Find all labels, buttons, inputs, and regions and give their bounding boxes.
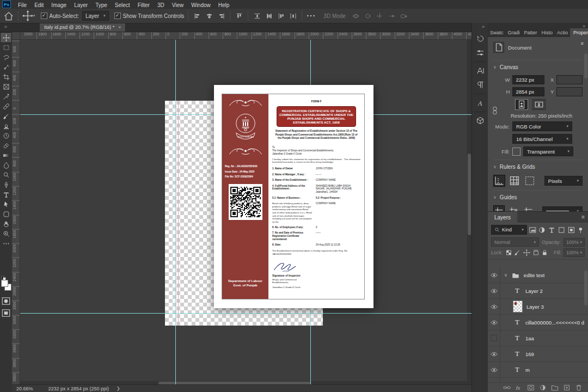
layer-visibility-toggle[interactable] <box>488 362 500 377</box>
lock-position-button[interactable] <box>523 249 530 256</box>
menu-image[interactable]: Image <box>47 2 70 8</box>
vertical-scrollbar[interactable] <box>467 39 471 385</box>
slide-3d-button[interactable] <box>387 11 397 21</box>
roll-3d-button[interactable] <box>363 11 373 21</box>
delete-layer-button[interactable] <box>575 384 583 391</box>
canvas-height-field[interactable]: 2854 px <box>512 87 544 96</box>
frame-tool[interactable] <box>1 82 11 91</box>
orientation-portrait-button[interactable] <box>515 99 528 110</box>
home-button[interactable] <box>3 10 14 21</box>
toggle-rulers-button[interactable] <box>493 175 505 187</box>
brush-tool[interactable] <box>1 111 11 121</box>
orbit-3d-button[interactable] <box>351 11 361 21</box>
blur-tool[interactable] <box>1 160 11 170</box>
glyphs-panel-button[interactable]: A <box>472 96 488 110</box>
close-tab-icon[interactable]: × <box>118 24 121 30</box>
filter-adjustment-layers-button[interactable] <box>538 225 546 235</box>
distribute-top-button[interactable] <box>252 11 262 21</box>
guide-vertical-1[interactable] <box>175 39 176 385</box>
align-right-button[interactable] <box>216 11 226 21</box>
panel-tab-patter[interactable]: Patter <box>522 28 540 37</box>
layer-row[interactable]: ∨edite text <box>488 267 588 283</box>
document-tab[interactable]: Italy id.psd @ 20.7% (RGB/16) * × <box>40 23 126 32</box>
new-layer-button[interactable] <box>563 384 571 391</box>
history-brush-tool[interactable] <box>1 131 11 140</box>
collapse-toolbar-icon[interactable]: » <box>0 23 11 32</box>
move-tool[interactable] <box>1 33 11 42</box>
quick-select-tool[interactable] <box>1 62 11 72</box>
show-transform-checkbox[interactable]: ✓ Show Transform Controls <box>114 13 185 19</box>
character-panel-button[interactable] <box>472 64 488 78</box>
tool-preset-caret[interactable]: ▾ <box>33 14 35 18</box>
canvas-viewport[interactable]: GOVT. PUNJAB Reg. No : JAL60292565/933 I… <box>20 39 471 385</box>
menu-file[interactable]: File <box>14 2 30 8</box>
marquee-tool[interactable] <box>1 42 11 52</box>
menu-3d[interactable]: 3D <box>154 2 168 8</box>
gradient-tool[interactable] <box>1 150 11 160</box>
fill-dropdown[interactable]: Transparent▾ <box>523 146 573 156</box>
layers-scrollbar[interactable] <box>584 268 587 334</box>
menu-view[interactable]: View <box>168 2 188 8</box>
link-dimensions-icon[interactable] <box>491 101 499 120</box>
vertical-ruler[interactable]: 8006004002000200400600800100012001400160… <box>12 39 20 385</box>
crop-tool[interactable] <box>1 72 11 82</box>
pen-tool[interactable] <box>1 180 11 189</box>
dodge-tool[interactable] <box>1 170 11 180</box>
menu-select[interactable]: Select <box>111 2 134 8</box>
filter-toggle-button[interactable] <box>577 225 585 235</box>
layers-menu-icon[interactable]: ≡ <box>581 214 585 220</box>
lock-transparency-button[interactable] <box>505 249 512 256</box>
foreground-color-swatch[interactable] <box>1 280 8 287</box>
layer-row[interactable]: Tm <box>488 362 588 378</box>
lock-pixels-button[interactable] <box>514 249 521 256</box>
screen-mode-button[interactable] <box>1 308 11 318</box>
layer-row[interactable]: TLayer 2 <box>488 283 588 299</box>
auto-select-target-dropdown[interactable]: Layer ▾ <box>82 11 109 21</box>
eyedropper-tool[interactable] <box>1 91 11 101</box>
orientation-landscape-button[interactable] <box>532 99 546 110</box>
hand-tool[interactable] <box>1 219 11 229</box>
rulers-grids-section-header[interactable]: ∨ Rulers & Grids <box>493 160 583 172</box>
new-adjustment-layer-button[interactable] <box>539 384 547 391</box>
auto-select-checkbox[interactable]: ✓ Auto-Select: <box>41 13 79 19</box>
zoom-3d-button[interactable] <box>399 11 409 21</box>
filter-type-layers-button[interactable] <box>548 225 556 235</box>
panel-tab-gradi[interactable]: Gradi <box>506 28 522 37</box>
pan-3d-button[interactable] <box>375 11 385 21</box>
expand-panels-icon[interactable]: » <box>472 23 488 32</box>
canvas-section-header[interactable]: ∨ Canvas <box>493 60 583 72</box>
paragraph-panel-button[interactable] <box>472 78 488 92</box>
menu-type[interactable]: Type <box>91 2 111 8</box>
ruler-units-dropdown[interactable]: Pixels▾ <box>544 176 583 186</box>
ruler-corner[interactable] <box>12 32 20 40</box>
layer-visibility-toggle[interactable] <box>488 283 500 298</box>
eraser-tool[interactable] <box>1 140 11 150</box>
edit-toolbar-button[interactable] <box>1 238 11 248</box>
panel-tab-actio[interactable]: Actio <box>555 28 570 37</box>
3d-panel-button[interactable] <box>472 114 488 128</box>
lasso-tool[interactable] <box>1 52 11 62</box>
canvas-width-field[interactable]: 2232 px <box>512 75 544 84</box>
zoom-tool[interactable] <box>1 229 11 238</box>
layer-visibility-toggle[interactable] <box>488 315 500 330</box>
layer-row[interactable]: T169 <box>488 346 588 362</box>
lock-all-button[interactable] <box>541 249 548 256</box>
add-layer-mask-button[interactable] <box>527 384 535 391</box>
align-left-button[interactable] <box>192 11 202 21</box>
bit-depth-dropdown[interactable]: 16 Bits/Channel▾ <box>512 134 572 144</box>
distribute-center-v-button[interactable] <box>264 11 274 21</box>
menu-edit[interactable]: Edit <box>30 2 47 8</box>
distribute-gap-button[interactable] <box>288 11 298 21</box>
menu-layer[interactable]: Layer <box>70 2 91 8</box>
layer-row[interactable]: T1aa <box>488 330 588 346</box>
layer-visibility-toggle[interactable] <box>488 330 500 346</box>
collapse-panels-icon[interactable]: » <box>583 23 585 29</box>
link-layers-button[interactable] <box>503 384 511 391</box>
lock-artboard-button[interactable] <box>532 249 540 256</box>
group-expand-icon[interactable]: ∨ <box>504 273 507 278</box>
properties-scrollbar[interactable] <box>584 53 587 130</box>
shape-tool[interactable] <box>1 209 11 219</box>
toggle-grid-button[interactable] <box>509 175 520 187</box>
status-options-icon[interactable]: ❯ <box>117 386 120 391</box>
distribute-bottom-button[interactable] <box>276 11 286 21</box>
